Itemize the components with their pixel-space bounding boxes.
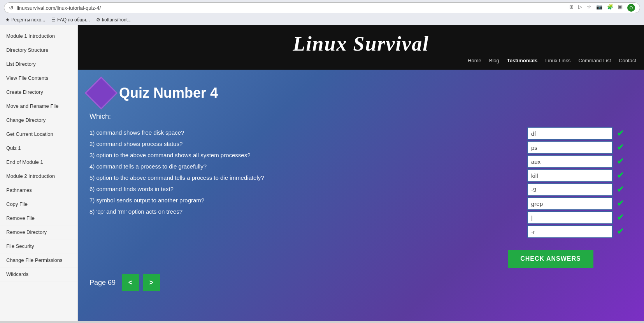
sidebar-item-get-current-location[interactable]: Get Current Location [0, 127, 77, 141]
answer-row-4: ✔ [523, 169, 628, 182]
cast-icon[interactable]: ▷ [578, 4, 582, 12]
sidebar-item-move-rename-file[interactable]: Move and Rename File [0, 99, 77, 113]
browser-chrome: ↺ linuxsurvival.com/linux-tutorial-quiz-… [0, 0, 644, 25]
quiz-area: Quiz Number 4 Which: 1) command shows fr… [78, 70, 644, 321]
prev-page-button[interactable]: < [122, 274, 139, 291]
browser-icons: ⊞ ▷ ☆ 📷 🧩 ▣ O [569, 4, 635, 12]
answer-input-5[interactable] [527, 183, 613, 196]
nav-linux-links[interactable]: Linux Links [545, 58, 570, 63]
bookmark-kottans[interactable]: ⚙ kottans/front... [96, 17, 132, 23]
bookmark-kottans-icon: ⚙ [96, 17, 100, 23]
profile-icon[interactable]: O [627, 4, 635, 12]
bookmark-label: Рецепты похо... [11, 17, 45, 23]
question-4: 4) command tells a process to die gracef… [89, 161, 519, 172]
question-3: 3) option to the above command shows all… [89, 149, 519, 161]
answer-row-8: ✔ [523, 225, 628, 238]
nav-blog[interactable]: Blog [489, 58, 499, 63]
nav-testimonials[interactable]: Testimonials [507, 58, 538, 63]
nav-bar: Home Blog Testimonials Linux Links Comma… [78, 55, 644, 67]
main-content: Linux Survival Home Blog Testimonials Li… [78, 25, 644, 321]
check-icon-6: ✔ [617, 198, 628, 209]
sidebar-item-module1-intro[interactable]: Module 1 Introduction [0, 29, 77, 43]
bookmark-star-icon: ★ [5, 17, 10, 23]
answer-input-2[interactable] [527, 141, 613, 154]
answer-row-7: ✔ [523, 211, 628, 224]
answer-row-5: ✔ [523, 183, 628, 196]
quiz-title: Quiz Number 4 [119, 85, 218, 101]
page-number: Page 69 [89, 279, 116, 287]
star-icon[interactable]: ☆ [587, 4, 591, 12]
question-5: 5) option to the above command tells a p… [89, 172, 519, 183]
page-wrapper: Module 1 Introduction Directory Structur… [0, 25, 644, 321]
screenshot-icon[interactable]: ⊞ [569, 4, 574, 12]
check-icon-2: ✔ [617, 142, 628, 153]
site-title: Linux Survival [78, 32, 644, 55]
check-icon-1: ✔ [617, 128, 628, 139]
nav-home[interactable]: Home [468, 58, 481, 63]
sidebar-item-wildcards[interactable]: Wildcards [0, 267, 77, 281]
bookmark-kottans-label: kottans/front... [102, 17, 132, 23]
reload-icon[interactable]: ↺ [9, 5, 14, 11]
prev-icon: < [128, 279, 133, 287]
check-icon-4: ✔ [617, 170, 628, 181]
sidebar-item-directory-structure[interactable]: Directory Structure [0, 43, 77, 57]
answer-row-3: ✔ [523, 155, 628, 168]
answer-input-7[interactable] [527, 211, 613, 224]
sidebar-item-list-directory[interactable]: List Directory [0, 57, 77, 71]
sidebar-item-remove-file[interactable]: Remove File [0, 211, 77, 225]
sidebar-item-change-file-permissions[interactable]: Change File Permissions [0, 253, 77, 267]
camera-icon[interactable]: 📷 [596, 4, 602, 12]
sidebar-item-module2-intro[interactable]: Module 2 Introduction [0, 169, 77, 183]
bookmark-recipes[interactable]: ★ Рецепты похо... [5, 17, 45, 23]
answer-row-1: ✔ [523, 127, 628, 140]
sidebar-item-view-file-contents[interactable]: View File Contents [0, 71, 77, 85]
check-icon-7: ✔ [617, 212, 628, 223]
address-bar[interactable]: ↺ linuxsurvival.com/linux-tutorial-quiz-… [4, 2, 640, 13]
question-6: 6) command finds words in text? [89, 183, 519, 195]
diamond-icon [85, 77, 118, 110]
sidebar-item-remove-directory[interactable]: Remove Directory [0, 225, 77, 239]
sidebar-item-change-directory[interactable]: Change Directory [0, 113, 77, 127]
question-7: 7) symbol sends output to another progra… [89, 195, 519, 206]
footer-nav: Page 69 < > [89, 268, 628, 295]
which-label: Which: [89, 112, 628, 121]
nav-contact[interactable]: Contact [619, 58, 636, 63]
check-icon-5: ✔ [617, 184, 628, 195]
quiz-title-container: Quiz Number 4 [89, 81, 628, 105]
next-icon: > [149, 279, 154, 287]
sidebar-item-pathnames[interactable]: Pathnames [0, 183, 77, 197]
bookmark-faq[interactable]: ☰ FAQ по общи... [51, 17, 90, 23]
answers-column: ✔ ✔ ✔ ✔ ✔ [523, 127, 628, 238]
bookmark-faq-label: FAQ по общи... [57, 17, 90, 23]
url-text: linuxsurvival.com/linux-tutorial-quiz-4/ [17, 5, 569, 11]
nav-command-list[interactable]: Command List [578, 58, 611, 63]
sidebar-item-create-directory[interactable]: Create Directory [0, 85, 77, 99]
question-1: 1) command shows free disk space? [89, 127, 519, 138]
answer-input-1[interactable] [527, 127, 613, 140]
bookmarks-bar: ★ Рецепты похо... ☰ FAQ по общи... ⚙ kot… [4, 16, 640, 25]
check-answers-button[interactable]: CHECK ANSWERS [508, 250, 593, 268]
sidebar-item-file-security[interactable]: File Security [0, 239, 77, 253]
check-icon-3: ✔ [617, 156, 628, 167]
sidebar-item-end-module1[interactable]: End of Module 1 [0, 155, 77, 169]
questions-list: 1) command shows free disk space? 2) com… [89, 127, 519, 217]
question-2: 2) command shows process status? [89, 138, 519, 149]
answer-input-3[interactable] [527, 155, 613, 168]
check-icon-8: ✔ [617, 226, 628, 237]
answer-input-8[interactable] [527, 225, 613, 238]
answer-row-2: ✔ [523, 141, 628, 154]
answer-row-6: ✔ [523, 197, 628, 210]
question-8: 8) 'cp' and 'rm' option acts on trees? [89, 206, 519, 217]
puzzle-icon[interactable]: 🧩 [607, 4, 613, 12]
sidebar-item-copy-file[interactable]: Copy File [0, 197, 77, 211]
window-icon[interactable]: ▣ [618, 4, 623, 12]
sidebar: Module 1 Introduction Directory Structur… [0, 25, 78, 321]
sidebar-item-quiz1[interactable]: Quiz 1 [0, 141, 77, 155]
next-page-button[interactable]: > [143, 274, 160, 291]
answer-input-6[interactable] [527, 197, 613, 210]
bookmark-faq-icon: ☰ [51, 17, 56, 23]
answer-input-4[interactable] [527, 169, 613, 182]
site-header: Linux Survival Home Blog Testimonials Li… [78, 25, 644, 70]
